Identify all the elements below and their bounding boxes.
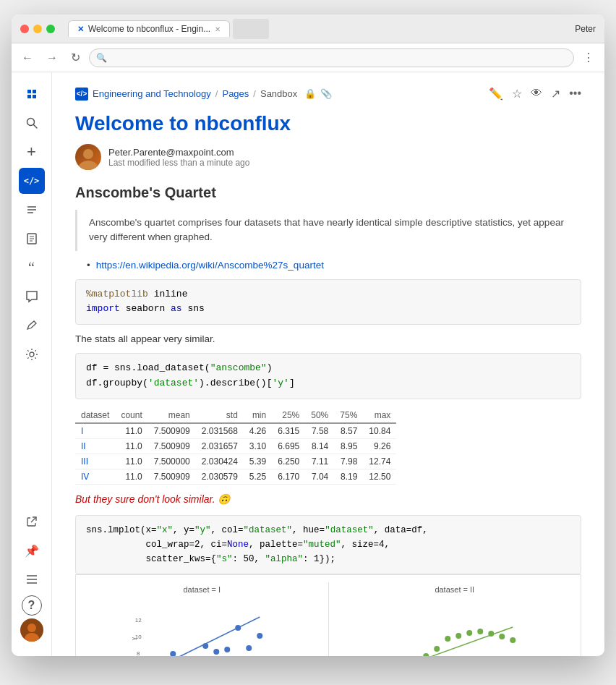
svg-line-1 (33, 125, 37, 129)
eye-icon[interactable]: 👁 (531, 87, 542, 101)
sidebar-item-pages[interactable] (19, 197, 45, 223)
table-cell-dataset: II (75, 438, 115, 454)
sidebar-item-search[interactable] (19, 110, 45, 136)
author-block: Peter.Parente@maxpoint.com Last modified… (75, 144, 581, 170)
active-tab[interactable]: ✕ Welcome to nbconflux - Engin... ✕ (68, 20, 230, 37)
forward-button[interactable]: → (42, 48, 62, 67)
col-min: min (244, 408, 272, 423)
table-cell-value: 11.0 (115, 438, 147, 454)
table-row: I11.07.5009092.0315684.266.3157.588.5710… (75, 423, 396, 439)
wiki-link-item: https://en.wikipedia.org/wiki/Anscombe%2… (87, 260, 581, 271)
author-time: Last modified less than a minute ago (108, 158, 249, 168)
sidebar-item-logo[interactable] (19, 81, 45, 107)
table-cell-value: 11.0 (115, 469, 147, 484)
section-heading: Anscombe's Quartet (75, 184, 581, 201)
svg-point-38 (455, 633, 461, 639)
star-icon[interactable]: ☆ (512, 87, 522, 101)
more-options-button[interactable]: ⋮ (578, 48, 599, 67)
minimize-button[interactable] (33, 25, 42, 33)
svg-text:y: y (130, 637, 137, 640)
sidebar-item-avatar[interactable] (20, 618, 43, 642)
sidebar: + </> “ 📌 (12, 72, 52, 656)
table-cell-value: 2.031657 (196, 438, 244, 454)
breadcrumb-current: Sandbox (260, 88, 297, 99)
traffic-lights (20, 25, 55, 33)
col-75: 75% (334, 408, 363, 423)
table-cell-value: 7.58 (305, 423, 334, 439)
col-mean: mean (148, 408, 196, 423)
sidebar-item-pin[interactable]: 📌 (19, 537, 45, 563)
breadcrumb-space[interactable]: Engineering and Technology (93, 88, 211, 99)
col-max: max (363, 408, 396, 423)
code-line-1: %matplotlib %matplotlib inline inline (86, 287, 570, 302)
chart-2-svg (335, 597, 576, 656)
tab-close-button[interactable]: ✕ (215, 25, 221, 33)
svg-point-39 (477, 629, 483, 634)
sidebar-item-draw[interactable] (19, 312, 45, 339)
sidebar-item-settings[interactable] (19, 341, 45, 367)
table-cell-value: 8.14 (305, 438, 334, 454)
author-info: Peter.Parente@maxpoint.com Last modified… (108, 147, 249, 168)
col-dataset: dataset (75, 408, 115, 423)
svg-line-22 (151, 617, 260, 656)
table-cell-value: 6.250 (272, 454, 305, 469)
wiki-link[interactable]: https://en.wikipedia.org/wiki/Anscombe%2… (96, 260, 324, 271)
sidebar-item-create[interactable]: + (19, 139, 45, 165)
main-layout: + </> “ 📌 (12, 72, 604, 656)
svg-point-16 (83, 149, 93, 159)
svg-point-23 (213, 649, 219, 655)
svg-point-31 (235, 625, 241, 631)
close-button[interactable] (20, 25, 29, 33)
code-block-2: df = sns.load_dataset("anscombe") df.gro… (75, 353, 581, 399)
table-cell-value: 2.031568 (196, 423, 244, 439)
sidebar-item-list[interactable] (19, 566, 45, 592)
space-icon: </> (75, 88, 88, 101)
more-icon[interactable]: ••• (569, 87, 581, 101)
sidebar-item-notebook[interactable] (19, 226, 45, 252)
col-std: std (196, 408, 244, 423)
breadcrumb-pages[interactable]: Pages (222, 88, 249, 99)
chart-row: dataset = I 12 10 8 y (76, 582, 581, 656)
table-cell-value: 7.04 (305, 469, 334, 484)
sidebar-item-help[interactable]: ? (22, 595, 42, 616)
code-block-1: %matplotlib %matplotlib inline inline im… (75, 279, 581, 326)
sidebar-item-comments[interactable] (19, 284, 45, 310)
chart-panel-2: dataset = II (329, 582, 581, 656)
attachment-icon: 📎 (320, 88, 332, 99)
table-cell-value: 2.030579 (196, 469, 244, 484)
reload-button[interactable]: ↻ (67, 48, 85, 67)
table-cell-dataset: I (75, 423, 115, 439)
edit-icon[interactable]: ✏️ (489, 87, 503, 101)
col-count: count (115, 408, 147, 423)
back-button[interactable]: ← (17, 48, 38, 67)
table-cell-dataset: III (75, 454, 115, 469)
col-50: 50% (305, 408, 334, 423)
svg-line-34 (404, 627, 513, 656)
address-bar[interactable] (89, 48, 574, 67)
navbar: ← → ↻ 🔍 ⋮ (12, 43, 604, 72)
svg-text:8: 8 (137, 650, 140, 656)
svg-point-17 (79, 161, 98, 170)
table-cell-value: 8.57 (334, 423, 363, 439)
table-cell-value: 7.500909 (148, 469, 196, 484)
sidebar-item-quote[interactable]: “ (19, 255, 45, 281)
fullscreen-button[interactable] (46, 25, 55, 33)
svg-point-26 (202, 643, 208, 649)
table-row: IV11.07.5009092.0305795.256.1707.048.191… (75, 469, 396, 484)
search-icon: 🔍 (96, 53, 107, 63)
svg-point-35 (466, 630, 472, 636)
svg-point-25 (246, 645, 252, 651)
svg-point-14 (27, 624, 36, 632)
sidebar-item-code[interactable]: </> (19, 168, 45, 194)
content-area: </> Engineering and Technology / Pages /… (52, 72, 604, 656)
table-cell-value: 11.0 (115, 423, 147, 439)
new-tab-area (233, 19, 269, 39)
table-cell-value: 8.95 (334, 438, 363, 454)
col-25: 25% (272, 408, 305, 423)
table-cell-value: 12.50 (363, 469, 396, 484)
share-icon[interactable]: ↗ (551, 87, 560, 101)
sidebar-item-external[interactable] (19, 509, 45, 535)
table-cell-dataset: IV (75, 469, 115, 484)
code-line-3: df = sns.load_dataset("anscombe") (86, 361, 570, 376)
table-cell-value: 7.500909 (148, 423, 196, 439)
